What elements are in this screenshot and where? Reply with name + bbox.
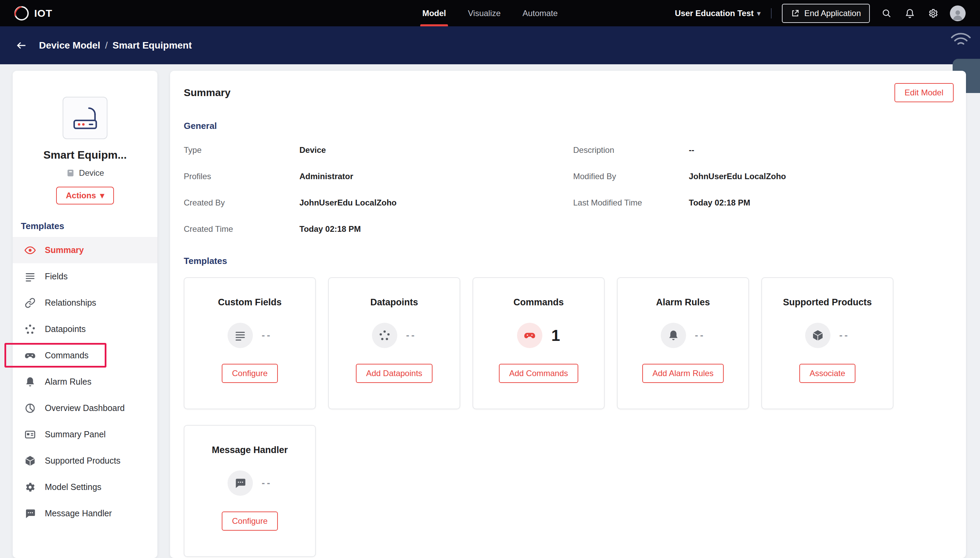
device-type-label: Device xyxy=(79,168,104,178)
datapoints-icon xyxy=(24,323,36,335)
card-commands: Commands 1 Add Commands xyxy=(472,277,605,409)
page-title: Summary xyxy=(184,87,231,98)
field-label: Modified By xyxy=(573,172,689,181)
sidebar-item-fields[interactable]: Fields xyxy=(13,263,158,290)
card-count: 1 xyxy=(551,326,560,345)
device-sidebar: Smart Equipm... Device Actions ▾ Templat… xyxy=(13,71,158,558)
actions-button[interactable]: Actions ▾ xyxy=(56,187,113,205)
field-value: JohnUserEdu LocalZoho xyxy=(299,198,396,208)
org-name: User Education Test xyxy=(675,8,753,18)
sidebar-item-model-settings[interactable]: Model Settings xyxy=(13,474,158,500)
sidebar-item-datapoints[interactable]: Datapoints xyxy=(13,316,158,342)
field-label: Created Time xyxy=(184,224,299,234)
card-title: Datapoints xyxy=(370,297,418,308)
field-label: Profiles xyxy=(184,172,299,181)
add-alarm-rules-button[interactable]: Add Alarm Rules xyxy=(642,364,724,383)
card-alarm-rules: Alarm Rules -- Add Alarm Rules xyxy=(617,277,749,409)
sidebar-item-label: Commands xyxy=(45,350,89,360)
app-brand: IOT xyxy=(14,6,53,21)
sidebar-item-message-handler[interactable]: Message Handler xyxy=(13,500,158,527)
info-row-created-time: Created Time Today 02:18 PM xyxy=(184,216,573,242)
add-commands-button[interactable]: Add Commands xyxy=(499,364,578,383)
wifi-signal-icon xyxy=(950,30,972,49)
card-title: Custom Fields xyxy=(218,297,281,308)
configure-custom-fields-button[interactable]: Configure xyxy=(222,364,278,383)
breadcrumb: Device Model / Smart Equipment xyxy=(39,40,192,51)
field-label: Type xyxy=(184,145,299,155)
field-value: Today 02:18 PM xyxy=(299,224,361,234)
chevron-down-icon: ▾ xyxy=(100,191,104,200)
org-dropdown[interactable]: User Education Test ▾ xyxy=(675,8,760,18)
sidebar-item-summary[interactable]: Summary xyxy=(13,237,158,263)
card-message-handler: Message Handler -- Configure xyxy=(184,425,316,557)
breadcrumb-parent[interactable]: Device Model xyxy=(39,40,100,51)
general-info-grid: Type Device Profiles Administrator Creat… xyxy=(184,137,954,242)
breadcrumb-separator: / xyxy=(105,40,108,51)
end-application-button[interactable]: End Application xyxy=(782,4,870,23)
device-image xyxy=(62,97,107,139)
field-label: Last Modified Time xyxy=(573,198,689,208)
card-count: -- xyxy=(262,330,272,341)
gamepad-icon xyxy=(24,350,36,361)
sidebar-item-supported-products[interactable]: Supported Products xyxy=(13,448,158,474)
device-type-icon xyxy=(66,169,75,177)
sidebar-item-summary-panel[interactable]: Summary Panel xyxy=(13,421,158,448)
card-title: Message Handler xyxy=(212,445,288,455)
chevron-down-icon: ▾ xyxy=(757,9,760,18)
card-title: Commands xyxy=(513,297,564,308)
sidebar-item-label: Summary Panel xyxy=(45,430,106,439)
general-section-heading: General xyxy=(184,121,954,131)
card-supported-products: Supported Products -- Associate xyxy=(761,277,893,409)
breadcrumb-band: Device Model / Smart Equipment xyxy=(0,26,980,64)
tab-visualize[interactable]: Visualize xyxy=(466,0,503,26)
tab-model[interactable]: Model xyxy=(420,0,448,26)
eye-icon xyxy=(24,245,36,256)
fields-icon xyxy=(227,323,253,348)
sidebar-item-label: Model Settings xyxy=(45,482,101,492)
launch-icon xyxy=(791,9,800,18)
settings-gear-icon[interactable] xyxy=(927,7,940,20)
sidebar-item-label: Summary xyxy=(45,245,84,255)
configure-message-handler-button[interactable]: Configure xyxy=(222,512,278,531)
device-type-row: Device xyxy=(13,168,158,178)
cube-icon xyxy=(805,323,830,348)
sidebar-item-overview-dashboard[interactable]: Overview Dashboard xyxy=(13,395,158,421)
edit-model-button[interactable]: Edit Model xyxy=(894,83,954,102)
bell-icon xyxy=(661,323,686,348)
add-datapoints-button[interactable]: Add Datapoints xyxy=(356,364,432,383)
card-custom-fields: Custom Fields -- Configure xyxy=(184,277,316,409)
search-icon[interactable] xyxy=(880,7,893,20)
sidebar-item-commands[interactable]: Commands xyxy=(13,342,158,369)
field-value: Administrator xyxy=(299,172,353,181)
sidebar-item-relationships[interactable]: Relationships xyxy=(13,290,158,316)
template-cards-row-1: Custom Fields -- Configure Datapoints xyxy=(184,277,954,409)
end-application-label: End Application xyxy=(804,8,861,18)
template-cards-row-2: Message Handler -- Configure xyxy=(184,425,954,557)
tab-automate[interactable]: Automate xyxy=(520,0,560,26)
summary-panel-icon xyxy=(24,429,36,440)
message-icon xyxy=(24,508,36,519)
actions-label: Actions xyxy=(66,191,96,200)
field-value: JohnUserEdu LocalZoho xyxy=(689,172,786,181)
divider xyxy=(771,8,771,18)
notifications-bell-icon[interactable] xyxy=(903,7,916,20)
associate-products-button[interactable]: Associate xyxy=(799,364,855,383)
summary-panel: Summary Edit Model General Type Device P… xyxy=(170,71,966,558)
iot-logo-icon xyxy=(14,6,29,21)
info-row-profiles: Profiles Administrator xyxy=(184,163,573,189)
field-value: Device xyxy=(299,145,326,155)
sidebar-item-label: Message Handler xyxy=(45,509,112,519)
message-icon xyxy=(227,471,253,496)
card-title: Alarm Rules xyxy=(656,297,710,308)
back-arrow-icon[interactable] xyxy=(16,39,27,51)
sidebar-item-label: Relationships xyxy=(45,298,96,308)
device-name: Smart Equipm... xyxy=(13,149,158,161)
datapoints-icon xyxy=(372,323,397,348)
main-nav-tabs: Model Visualize Automate xyxy=(420,0,560,26)
field-label: Created By xyxy=(184,198,299,208)
field-value: -- xyxy=(689,145,694,155)
sidebar-item-label: Fields xyxy=(45,271,68,281)
card-title: Supported Products xyxy=(783,297,872,308)
user-avatar[interactable] xyxy=(950,5,966,21)
sidebar-item-alarm-rules[interactable]: Alarm Rules xyxy=(13,369,158,395)
